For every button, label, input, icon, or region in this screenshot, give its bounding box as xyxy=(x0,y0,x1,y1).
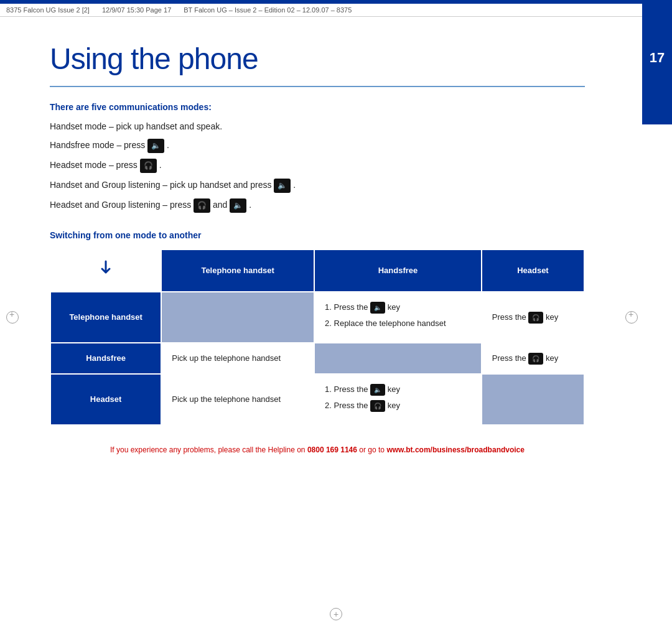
cell-handsfree-headset: Press the 🎧 key xyxy=(482,343,584,374)
handsfree-mode-text: Handsfree mode – press 🔈 . xyxy=(50,138,585,153)
reg-mark-bottom-symbol: + xyxy=(334,610,338,618)
doc-header-right: BT Falcon UG – Issue 2 – Edition 02 – 12… xyxy=(184,6,352,14)
headset-mode-text: Headset mode – press 🎧 . xyxy=(50,158,585,173)
col-header-telephone: Telephone handset xyxy=(161,250,314,292)
handsfree-symbol: 🔈 xyxy=(151,140,161,152)
section1-heading: There are five communications modes: xyxy=(50,102,585,112)
col-header-handsfree: Handsfree xyxy=(314,250,482,292)
list-item: 1. Press the 🔈 key xyxy=(325,383,471,396)
hs-key-symbol3: 🎧 xyxy=(374,401,381,411)
cell-headset-headset xyxy=(482,374,584,425)
hf-key-symbol: 🔈 xyxy=(374,303,381,312)
hf-key-icon: 🔈 xyxy=(370,302,385,314)
switching-heading: Switching from one mode to another xyxy=(50,230,585,240)
headset-symbol2: 🎧 xyxy=(197,200,207,212)
table-row: Telephone handset 1. Press the 🔈 key xyxy=(50,292,584,343)
row-label-telephone: Telephone handset xyxy=(50,292,161,343)
mode-table: Telephone handset Handsfree Headset Tele… xyxy=(50,249,585,426)
cell-tel-headset: Press the 🎧 key xyxy=(482,292,584,343)
doc-header-left: 8375 Falcon UG Issue 2 [2] xyxy=(6,6,90,14)
footer-text-prefix: If you experience any problems, please c… xyxy=(110,445,306,454)
handsfree-symbol3: 🔈 xyxy=(233,200,243,212)
cell-tel-tel xyxy=(161,292,314,343)
list-item: 2. Press the 🎧 key xyxy=(325,399,471,412)
handsfree-symbol2: 🔈 xyxy=(278,180,287,192)
list-item: 2. Replace the telephone handset xyxy=(325,317,471,330)
cell-handsfree-handsfree xyxy=(314,343,482,374)
headset-button-icon: 🎧 xyxy=(140,159,157,173)
cell-content: 1. Press the 🔈 key 2. Replace the teleph… xyxy=(325,301,471,330)
hs-key-icon: 🎧 xyxy=(528,312,543,324)
right-tab: 17 xyxy=(642,0,672,124)
cell-content: Pick up the telephone handset xyxy=(172,393,304,406)
step-list: 1. Press the 🔈 key 2. Press the 🎧 xyxy=(325,383,471,412)
handset-mode-text: Handset mode – pick up handset and speak… xyxy=(50,119,585,133)
cell-content: Pick up the telephone handset xyxy=(172,352,304,365)
cell-headset-tel: Pick up the telephone handset xyxy=(161,374,314,425)
doc-header: 8375 Falcon UG Issue 2 [2] 12/9/07 15:30… xyxy=(0,4,672,17)
headset-group-text: Headset and Group listening – press 🎧 an… xyxy=(50,198,585,213)
main-content: Using the phone There are five communica… xyxy=(0,17,635,479)
footer-text2: or go to xyxy=(359,445,385,454)
hs-key-symbol: 🎧 xyxy=(532,313,539,322)
table-row: Handsfree Pick up the telephone handset … xyxy=(50,343,584,374)
cell-handsfree-tel: Pick up the telephone handset xyxy=(161,343,314,374)
hs-key-icon2: 🎧 xyxy=(528,353,543,365)
handsfree-button-icon2: 🔈 xyxy=(274,179,291,193)
title-rule xyxy=(50,86,585,87)
doc-header-middle: 12/9/07 15:30 Page 17 xyxy=(102,6,171,14)
handsfree-button-icon3: 🔈 xyxy=(230,198,246,213)
cell-headset-handsfree: 1. Press the 🔈 key 2. Press the 🎧 xyxy=(314,374,482,425)
cell-content: Press the 🎧 key xyxy=(492,311,574,324)
handsfree-button-icon: 🔈 xyxy=(147,139,164,153)
table-row: Headset Pick up the telephone handset 1.… xyxy=(50,374,584,425)
hs-key-icon3: 🎧 xyxy=(370,400,385,412)
footer-url: www.bt.com/business/broadbandvoice xyxy=(386,445,525,454)
hf-key-symbol2: 🔈 xyxy=(374,385,381,394)
row-label-headset: Headset xyxy=(50,374,161,425)
hs-key-symbol2: 🎧 xyxy=(532,354,539,363)
cell-content: Press the 🎧 key xyxy=(492,352,574,365)
headset-symbol: 🎧 xyxy=(144,160,153,172)
footer-phone: 0800 169 1146 xyxy=(307,445,357,454)
footer-text: If you experience any problems, please c… xyxy=(50,445,585,454)
cell-tel-handsfree: 1. Press the 🔈 key 2. Replace the teleph… xyxy=(314,292,482,343)
handset-group-text: Handset and Group listening – pick up ha… xyxy=(50,178,585,193)
table-corner-cell xyxy=(50,250,161,292)
reg-mark-bottom: + xyxy=(330,608,342,620)
hf-key-icon2: 🔈 xyxy=(370,384,385,396)
col-header-headset: Headset xyxy=(482,250,584,292)
step-list: 1. Press the 🔈 key 2. Replace the teleph… xyxy=(325,301,471,330)
cell-content: 1. Press the 🔈 key 2. Press the 🎧 xyxy=(325,383,471,412)
page-number: 17 xyxy=(650,50,665,66)
headset-button-icon2: 🎧 xyxy=(194,198,210,213)
row-label-handsfree: Handsfree xyxy=(50,343,161,374)
list-item: 1. Press the 🔈 key xyxy=(325,301,471,314)
page-title: Using the phone xyxy=(50,42,585,76)
